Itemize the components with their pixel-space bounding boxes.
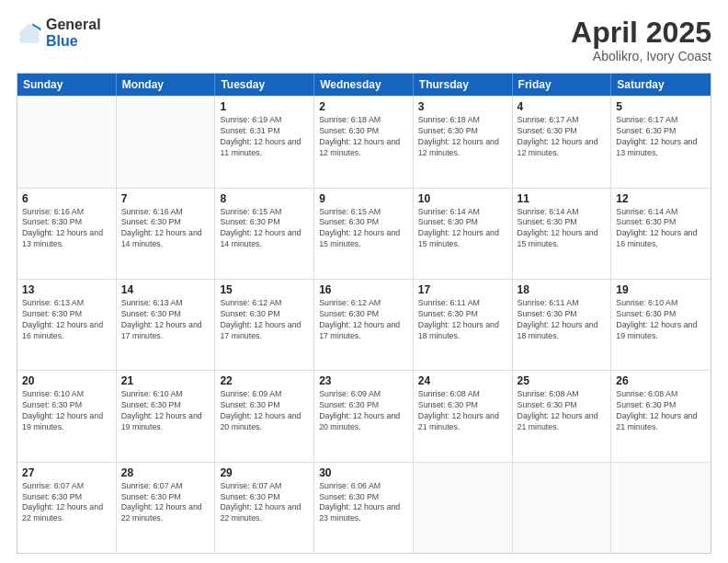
day-number: 10 [418, 192, 507, 205]
day-info: Sunrise: 6:12 AM Sunset: 6:30 PM Dayligh… [319, 298, 408, 342]
day-number: 28 [121, 466, 210, 479]
day-info: Sunrise: 6:09 AM Sunset: 6:30 PM Dayligh… [319, 389, 408, 433]
cal-cell: 23Sunrise: 6:09 AM Sunset: 6:30 PM Dayli… [314, 371, 414, 461]
day-info: Sunrise: 6:11 AM Sunset: 6:30 PM Dayligh… [418, 298, 507, 342]
cal-cell: 5Sunrise: 6:17 AM Sunset: 6:30 PM Daylig… [611, 97, 711, 187]
cal-cell: 19Sunrise: 6:10 AM Sunset: 6:30 PM Dayli… [611, 280, 711, 370]
cal-cell: 7Sunrise: 6:16 AM Sunset: 6:30 PM Daylig… [117, 189, 216, 279]
day-info: Sunrise: 6:08 AM Sunset: 6:30 PM Dayligh… [518, 389, 607, 433]
cal-cell: 8Sunrise: 6:15 AM Sunset: 6:30 PM Daylig… [215, 189, 314, 279]
day-number: 17 [418, 283, 507, 296]
cal-cell: 22Sunrise: 6:09 AM Sunset: 6:30 PM Dayli… [215, 371, 314, 461]
day-number: 23 [319, 374, 408, 387]
cal-cell: 6Sunrise: 6:16 AM Sunset: 6:30 PM Daylig… [17, 189, 117, 279]
cal-cell [414, 463, 513, 553]
cal-cell: 14Sunrise: 6:13 AM Sunset: 6:30 PM Dayli… [117, 280, 216, 370]
day-info: Sunrise: 6:13 AM Sunset: 6:30 PM Dayligh… [22, 298, 111, 342]
day-info: Sunrise: 6:13 AM Sunset: 6:30 PM Dayligh… [121, 298, 210, 342]
calendar: SundayMondayTuesdayWednesdayThursdayFrid… [17, 73, 711, 554]
day-number: 9 [319, 192, 408, 205]
day-info: Sunrise: 6:15 AM Sunset: 6:30 PM Dayligh… [220, 207, 309, 251]
day-number: 8 [220, 192, 309, 205]
day-info: Sunrise: 6:07 AM Sunset: 6:30 PM Dayligh… [121, 481, 210, 525]
day-number: 4 [518, 100, 607, 113]
header: General Blue April 2025 Abolikro, Ivory … [17, 17, 711, 63]
cal-cell: 18Sunrise: 6:11 AM Sunset: 6:30 PM Dayli… [513, 280, 612, 370]
cal-cell: 28Sunrise: 6:07 AM Sunset: 6:30 PM Dayli… [117, 463, 216, 553]
day-info: Sunrise: 6:16 AM Sunset: 6:30 PM Dayligh… [121, 207, 210, 251]
day-info: Sunrise: 6:10 AM Sunset: 6:30 PM Dayligh… [22, 389, 111, 433]
calendar-body: 1Sunrise: 6:19 AM Sunset: 6:31 PM Daylig… [17, 96, 711, 553]
day-info: Sunrise: 6:06 AM Sunset: 6:30 PM Dayligh… [319, 481, 408, 525]
cal-cell [513, 463, 612, 553]
logo-blue-text: Blue [46, 33, 101, 50]
cal-cell: 17Sunrise: 6:11 AM Sunset: 6:30 PM Dayli… [414, 280, 513, 370]
cal-cell: 2Sunrise: 6:18 AM Sunset: 6:30 PM Daylig… [314, 97, 414, 187]
day-number: 27 [22, 466, 111, 479]
day-info: Sunrise: 6:07 AM Sunset: 6:30 PM Dayligh… [22, 481, 111, 525]
cal-cell: 13Sunrise: 6:13 AM Sunset: 6:30 PM Dayli… [17, 280, 117, 370]
logo-general-text: General [46, 17, 101, 33]
day-number: 22 [220, 374, 309, 387]
cal-header-tuesday: Tuesday [215, 74, 314, 96]
cal-header-saturday: Saturday [611, 74, 711, 96]
cal-cell: 12Sunrise: 6:14 AM Sunset: 6:30 PM Dayli… [611, 189, 711, 279]
day-number: 21 [121, 374, 210, 387]
day-number: 19 [616, 283, 706, 296]
cal-cell: 30Sunrise: 6:06 AM Sunset: 6:30 PM Dayli… [314, 463, 414, 553]
cal-cell: 27Sunrise: 6:07 AM Sunset: 6:30 PM Dayli… [17, 463, 117, 553]
cal-cell: 21Sunrise: 6:10 AM Sunset: 6:30 PM Dayli… [117, 371, 216, 461]
day-info: Sunrise: 6:15 AM Sunset: 6:30 PM Dayligh… [319, 207, 408, 251]
cal-cell: 3Sunrise: 6:18 AM Sunset: 6:30 PM Daylig… [414, 97, 513, 187]
cal-cell: 10Sunrise: 6:14 AM Sunset: 6:30 PM Dayli… [414, 189, 513, 279]
day-number: 6 [22, 192, 111, 205]
logo-text: General Blue [46, 17, 101, 49]
day-number: 14 [121, 283, 210, 296]
day-info: Sunrise: 6:16 AM Sunset: 6:30 PM Dayligh… [22, 207, 111, 251]
day-info: Sunrise: 6:18 AM Sunset: 6:30 PM Dayligh… [319, 115, 408, 159]
cal-cell: 16Sunrise: 6:12 AM Sunset: 6:30 PM Dayli… [314, 280, 414, 370]
cal-header-friday: Friday [513, 74, 612, 96]
day-info: Sunrise: 6:08 AM Sunset: 6:30 PM Dayligh… [418, 389, 507, 433]
day-number: 13 [22, 283, 111, 296]
day-info: Sunrise: 6:09 AM Sunset: 6:30 PM Dayligh… [220, 389, 309, 433]
cal-cell: 29Sunrise: 6:07 AM Sunset: 6:30 PM Dayli… [215, 463, 314, 553]
day-info: Sunrise: 6:12 AM Sunset: 6:30 PM Dayligh… [220, 298, 309, 342]
day-number: 30 [319, 466, 408, 479]
cal-week-1: 1Sunrise: 6:19 AM Sunset: 6:31 PM Daylig… [17, 96, 711, 187]
day-number: 2 [319, 100, 408, 113]
cal-cell: 1Sunrise: 6:19 AM Sunset: 6:31 PM Daylig… [215, 97, 314, 187]
logo-icon [17, 20, 42, 46]
day-number: 15 [220, 283, 309, 296]
cal-header-sunday: Sunday [17, 74, 117, 96]
day-number: 20 [22, 374, 111, 387]
cal-cell [117, 97, 216, 187]
cal-header-monday: Monday [117, 74, 216, 96]
day-info: Sunrise: 6:11 AM Sunset: 6:30 PM Dayligh… [518, 298, 607, 342]
day-number: 5 [616, 100, 706, 113]
day-info: Sunrise: 6:14 AM Sunset: 6:30 PM Dayligh… [616, 207, 706, 251]
day-number: 25 [518, 374, 607, 387]
cal-cell: 24Sunrise: 6:08 AM Sunset: 6:30 PM Dayli… [414, 371, 513, 461]
cal-cell: 15Sunrise: 6:12 AM Sunset: 6:30 PM Dayli… [215, 280, 314, 370]
cal-header-thursday: Thursday [414, 74, 513, 96]
day-number: 7 [121, 192, 210, 205]
day-number: 29 [220, 466, 309, 479]
day-number: 24 [418, 374, 507, 387]
day-info: Sunrise: 6:07 AM Sunset: 6:30 PM Dayligh… [220, 481, 309, 525]
cal-week-2: 6Sunrise: 6:16 AM Sunset: 6:30 PM Daylig… [17, 188, 711, 279]
day-info: Sunrise: 6:10 AM Sunset: 6:30 PM Dayligh… [616, 298, 706, 342]
main-title: April 2025 [571, 17, 711, 49]
cal-cell: 20Sunrise: 6:10 AM Sunset: 6:30 PM Dayli… [17, 371, 117, 461]
day-number: 18 [518, 283, 607, 296]
subtitle: Abolikro, Ivory Coast [571, 49, 711, 63]
title-block: April 2025 Abolikro, Ivory Coast [571, 17, 711, 63]
day-info: Sunrise: 6:17 AM Sunset: 6:30 PM Dayligh… [518, 115, 607, 159]
cal-cell: 4Sunrise: 6:17 AM Sunset: 6:30 PM Daylig… [513, 97, 612, 187]
day-number: 16 [319, 283, 408, 296]
cal-week-3: 13Sunrise: 6:13 AM Sunset: 6:30 PM Dayli… [17, 279, 711, 370]
cal-cell [17, 97, 117, 187]
day-info: Sunrise: 6:18 AM Sunset: 6:30 PM Dayligh… [418, 115, 507, 159]
day-number: 12 [616, 192, 706, 205]
cal-cell: 26Sunrise: 6:08 AM Sunset: 6:30 PM Dayli… [611, 371, 711, 461]
